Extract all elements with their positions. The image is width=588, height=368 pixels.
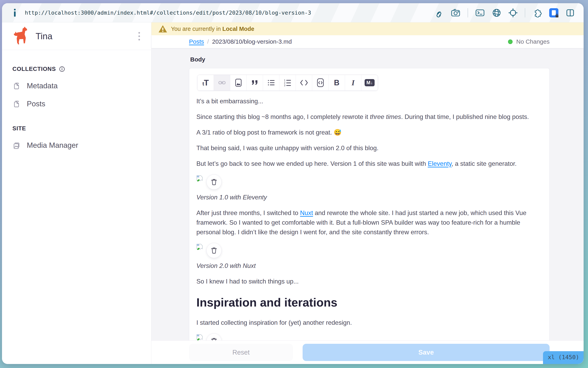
sidebar-menu-kebab-icon[interactable] <box>136 30 142 42</box>
url-bar: http://localhost:3000/admin/index.html#/… <box>2 3 584 22</box>
brand-title: Tina <box>35 31 53 41</box>
url-text[interactable]: http://localhost:3000/admin/index.html#/… <box>25 9 311 16</box>
save-button[interactable]: Save <box>303 344 550 361</box>
body-field-label: Body <box>190 56 550 63</box>
bulleted-list-icon <box>267 79 275 86</box>
page-info-icon[interactable] <box>11 9 19 17</box>
delete-image-button[interactable] <box>206 175 222 190</box>
paragraph: But let’s go back to see how we ended up… <box>196 159 542 168</box>
svg-text:2: 2 <box>284 82 285 84</box>
extensions-icon[interactable] <box>532 8 542 18</box>
info-circle-icon[interactable] <box>59 66 65 72</box>
terminal-icon[interactable] <box>475 8 485 18</box>
site-header: SITE <box>12 125 142 132</box>
image-button[interactable] <box>230 75 246 91</box>
status-label: No Changes <box>516 38 550 45</box>
sidebar-item-media-manager[interactable]: Media Manager <box>12 141 142 150</box>
trash-icon <box>211 247 218 254</box>
local-mode-banner: You are currently in Local Mode <box>151 22 584 35</box>
code-icon <box>300 80 308 86</box>
bulleted-list-button[interactable] <box>263 75 279 91</box>
status-badge: No Changes <box>508 38 550 45</box>
target-icon[interactable] <box>509 8 518 18</box>
heading-button[interactable]: tT <box>197 75 214 91</box>
code-block-button[interactable] <box>312 75 329 91</box>
ordered-list-button[interactable]: 1 2 3 <box>279 75 296 91</box>
eleventy-link[interactable]: Eleventy <box>428 160 451 167</box>
sidebar-nav: COLLECTIONS Metadata <box>2 50 151 150</box>
globe-icon[interactable] <box>492 8 501 18</box>
editor-toolbar: tT <box>197 75 378 91</box>
banner-text: You are currently in <box>171 26 222 32</box>
document-icon <box>12 82 21 90</box>
collections-header: COLLECTIONS <box>12 66 142 72</box>
code-button[interactable] <box>296 75 312 91</box>
media-icon <box>12 141 21 150</box>
sidebar: Tina COLLECTIONS Meta <box>2 22 151 364</box>
markdown-icon: M↓ <box>365 79 375 86</box>
quote-button[interactable] <box>246 75 263 91</box>
sidebar-item-posts[interactable]: Posts <box>12 100 142 108</box>
sidebar-header: Tina <box>2 22 151 50</box>
rich-text-content[interactable]: It’s a bit embarrassing... Since startin… <box>196 96 542 349</box>
image-caption: Version 2.0 with Nuxt <box>196 261 542 270</box>
broken-image-icon <box>196 175 203 185</box>
document-icon <box>12 100 21 108</box>
image-block <box>196 243 542 258</box>
breadcrumb-current-file: 2023/08/10/blog-version-3.md <box>212 38 292 45</box>
paragraph: Since starting this blog ~8 months ago, … <box>196 112 542 121</box>
sidebar-item-metadata[interactable]: Metadata <box>12 82 142 90</box>
link-icon[interactable] <box>434 8 444 18</box>
trash-icon <box>211 178 218 186</box>
paragraph: After just three months, I switched to N… <box>196 208 542 237</box>
italic-button[interactable]: I <box>345 75 361 91</box>
browser-window: http://localhost:3000/admin/index.html#/… <box>2 3 584 364</box>
breadcrumb: Posts / 2023/08/10/blog-version-3.md No … <box>151 35 584 48</box>
form-area: Body tT <box>151 48 584 364</box>
toolbar-divider <box>525 8 525 18</box>
link-button[interactable] <box>214 75 230 91</box>
privacy-lock-icon[interactable] <box>549 8 558 18</box>
warning-icon <box>158 25 167 32</box>
sidebar-item-label: Media Manager <box>27 141 78 150</box>
paragraph: So I knew I had to switch things up... <box>196 276 542 286</box>
content-heading: Inspiration and iterations <box>196 295 542 310</box>
rich-text-editor: tT <box>189 68 550 364</box>
sidebar-item-label: Metadata <box>27 82 58 90</box>
ordered-list-icon: 1 2 3 <box>283 79 292 87</box>
status-green-dot-icon <box>508 39 513 44</box>
svg-text:3: 3 <box>284 84 285 87</box>
link-icon <box>218 79 226 87</box>
svg-text:1: 1 <box>284 79 285 82</box>
paragraph: It’s a bit embarrassing... <box>196 96 542 106</box>
main-panel: You are currently in Local Mode Posts / … <box>151 22 584 364</box>
camera-icon[interactable] <box>451 8 460 18</box>
breadcrumb-posts-link[interactable]: Posts <box>189 38 204 45</box>
broken-image-icon <box>196 244 203 254</box>
bold-button[interactable]: B <box>329 75 345 91</box>
sidebar-item-label: Posts <box>27 100 45 108</box>
toolbar-divider <box>468 8 468 18</box>
markdown-button[interactable]: M↓ <box>361 75 378 91</box>
split-view-icon[interactable] <box>566 8 575 18</box>
paragraph: I started collecting inspiration for (ye… <box>196 318 542 327</box>
delete-image-button[interactable] <box>206 243 222 258</box>
breadcrumb-separator: / <box>207 38 209 45</box>
viewport-size-badge: xl (1450) <box>543 351 584 364</box>
banner-mode: Local Mode <box>222 26 255 32</box>
quote-icon <box>251 79 259 86</box>
paragraph: A 3/1 ratio of blog post to framework is… <box>196 128 542 137</box>
paragraph: That being said, I was quite unhappy wit… <box>196 143 542 153</box>
image-icon <box>234 78 242 87</box>
form-footer: Reset Save <box>151 340 584 364</box>
browser-actions <box>434 8 575 18</box>
code-block-icon <box>316 78 325 87</box>
reset-button[interactable]: Reset <box>189 344 293 361</box>
image-block <box>196 175 542 190</box>
nuxt-link[interactable]: Nuxt <box>300 209 313 216</box>
image-caption: Version 1.0 with Eleventy <box>196 193 542 202</box>
tina-llama-logo <box>12 27 30 46</box>
